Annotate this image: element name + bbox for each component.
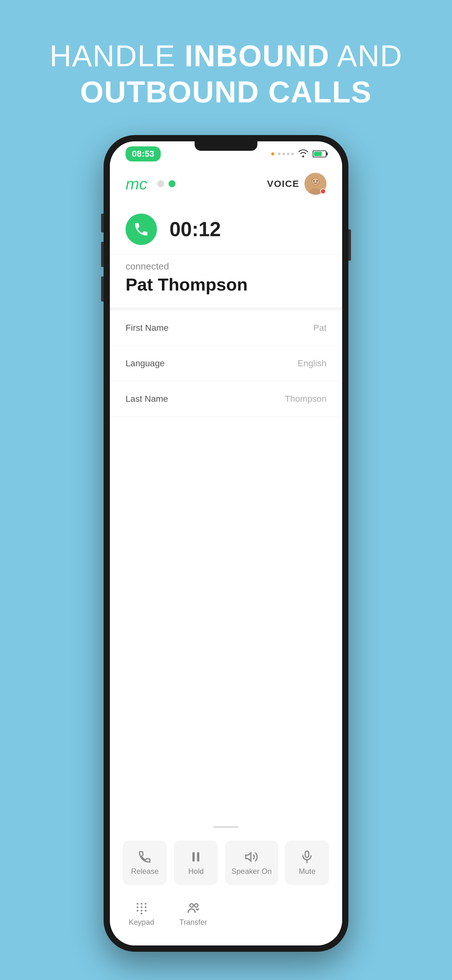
- svg-point-13: [145, 903, 147, 905]
- field-value-lastname: Thompson: [285, 394, 327, 404]
- signal-dot-1: [278, 153, 281, 155]
- field-label-firstname: First Name: [125, 323, 168, 333]
- contact-section: connected Pat Thompson: [110, 255, 342, 307]
- keypad-label: Keypad: [129, 918, 154, 927]
- svg-point-20: [141, 913, 143, 915]
- logo-text: mc: [125, 174, 147, 193]
- phone-frame: 08:53: [103, 135, 349, 952]
- svg-point-21: [190, 904, 193, 907]
- phone-power-button: [349, 229, 351, 261]
- field-value-language: English: [298, 358, 327, 368]
- battery-fill: [314, 152, 322, 156]
- connection-status-dots: [157, 180, 176, 187]
- svg-point-16: [145, 907, 147, 908]
- status-dot-offline: [157, 180, 164, 187]
- status-indicator-dot: [271, 152, 274, 156]
- svg-point-14: [136, 907, 138, 908]
- svg-point-19: [145, 910, 147, 912]
- phone-vol-mute-button: [101, 213, 103, 232]
- svg-point-4: [313, 180, 314, 181]
- drag-handle: [213, 826, 239, 828]
- action-buttons-row2: Keypad Transfer: [110, 891, 342, 945]
- release-label: Release: [131, 867, 159, 876]
- svg-marker-8: [246, 853, 251, 861]
- svg-point-17: [136, 910, 138, 912]
- release-button[interactable]: Release: [123, 840, 167, 885]
- field-row-lastname: Last Name Thompson: [110, 381, 342, 417]
- drag-handle-container: [110, 820, 342, 834]
- hold-button[interactable]: Hold: [174, 840, 218, 885]
- action-buttons-row1: Release Hold Speaker On: [110, 834, 342, 891]
- svg-rect-9: [305, 851, 309, 858]
- app-header: mc VOICE: [110, 167, 342, 201]
- field-row-language: Language English: [110, 346, 342, 381]
- status-time: 08:53: [125, 146, 161, 161]
- signal-dot-3: [287, 153, 289, 155]
- page-header: HANDLE INBOUND AND OUTBOUND CALLS: [49, 38, 403, 110]
- svg-point-18: [141, 910, 143, 912]
- field-row-firstname: First Name Pat: [110, 310, 342, 346]
- signal-dots: [278, 153, 294, 155]
- phone-vol-down-button: [101, 277, 103, 302]
- signal-dot-2: [282, 153, 285, 155]
- field-label-lastname: Last Name: [125, 394, 168, 404]
- mute-button[interactable]: Mute: [285, 840, 329, 885]
- svg-point-15: [141, 907, 143, 908]
- speaker-label: Speaker On: [232, 867, 271, 876]
- header-line2: OUTBOUND CALLS: [80, 75, 372, 109]
- field-value-firstname: Pat: [313, 323, 327, 333]
- transfer-button[interactable]: Transfer: [170, 894, 216, 933]
- call-timer: 00:12: [170, 218, 221, 241]
- phone-notch: [195, 142, 257, 151]
- agent-avatar-container: [305, 173, 327, 195]
- speaker-button[interactable]: Speaker On: [225, 840, 278, 885]
- svg-point-12: [141, 903, 143, 905]
- field-label-language: Language: [125, 358, 165, 368]
- header-line1-normal: HANDLE: [49, 39, 185, 73]
- header-line1-end: AND: [330, 39, 403, 73]
- svg-point-11: [136, 903, 138, 905]
- svg-rect-7: [197, 853, 199, 862]
- svg-point-5: [316, 180, 318, 181]
- signal-dot-4: [291, 153, 294, 155]
- contact-name: Pat Thompson: [125, 274, 327, 294]
- fields-section: First Name Pat Language English Last Nam…: [110, 310, 342, 565]
- voice-label: VOICE: [267, 178, 300, 189]
- status-dot-online: [168, 180, 176, 187]
- battery-icon: [312, 150, 327, 158]
- keypad-button[interactable]: Keypad: [119, 894, 163, 933]
- connected-label: connected: [125, 261, 327, 272]
- phone-screen: 08:53: [110, 142, 342, 945]
- phone-vol-up-button: [101, 242, 103, 267]
- svg-point-3: [312, 178, 319, 185]
- transfer-label: Transfer: [179, 918, 207, 927]
- recording-indicator: [320, 188, 326, 194]
- status-icons: [271, 149, 327, 159]
- header-line1-bold: INBOUND: [185, 39, 330, 73]
- svg-rect-6: [192, 853, 195, 862]
- call-section: 00:12: [110, 201, 342, 255]
- svg-point-22: [194, 904, 198, 907]
- hold-label: Hold: [188, 867, 204, 876]
- app-logo: mc: [125, 174, 176, 193]
- empty-space: [110, 565, 342, 820]
- wifi-icon: [298, 149, 309, 159]
- mute-label: Mute: [299, 867, 316, 876]
- voice-section: VOICE: [267, 173, 327, 195]
- call-icon: [125, 213, 157, 245]
